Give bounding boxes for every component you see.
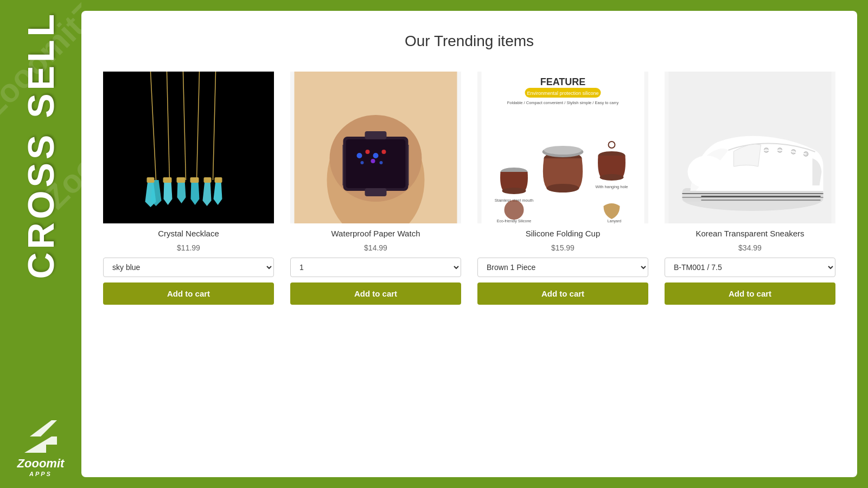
logo-icon (19, 418, 62, 455)
svg-rect-27 (346, 139, 406, 188)
svg-point-29 (366, 150, 370, 154)
page-title: Our Trending items (103, 33, 835, 50)
logo-brand-text: Zooomit (17, 457, 65, 470)
product-card-korean-sneakers: Korean Transparent Sneakers $34.99 B-TM0… (665, 72, 835, 305)
cross-sell-label: CROSS SELL (22, 11, 59, 279)
svg-text:With hanging hole: With hanging hole (595, 184, 628, 189)
product-select-waterproof-watch[interactable]: 1 2 3 4 5 (290, 258, 461, 277)
svg-text:Foldable / Compact convenient : Foldable / Compact convenient / Stylish … (507, 100, 619, 105)
svg-rect-4 (107, 72, 270, 223)
add-to-cart-waterproof-watch[interactable]: Add to cart (290, 282, 461, 305)
svg-rect-19 (177, 177, 186, 183)
product-card-crystal-necklace: Crystal Necklace $11.99 sky blue red gre… (103, 72, 274, 305)
sneakers-svg (665, 72, 835, 223)
main-content: Our Trending items (81, 11, 857, 477)
product-select-crystal-necklace[interactable]: sky blue red green purple (103, 258, 274, 277)
svg-rect-22 (215, 177, 222, 183)
product-price-korean-sneakers: $34.99 (738, 243, 762, 252)
svg-point-32 (361, 161, 364, 164)
product-image-korean-sneakers (665, 72, 835, 223)
sidebar: ZooomitZooomitZooomit ZooomitZooomitZooo… (0, 0, 81, 488)
svg-text:Lanyard: Lanyard (608, 219, 621, 223)
svg-rect-18 (163, 177, 172, 183)
svg-point-34 (380, 161, 383, 164)
product-image-crystal-necklace (103, 72, 274, 223)
svg-point-55 (505, 200, 524, 220)
product-price-waterproof-watch: $14.99 (364, 243, 387, 252)
svg-rect-38 (365, 188, 387, 196)
product-price-crystal-necklace: $11.99 (177, 243, 200, 252)
svg-point-49 (502, 188, 526, 194)
svg-rect-17 (147, 177, 155, 183)
product-price-silicone-cup: $15.99 (551, 243, 575, 252)
products-grid: Crystal Necklace $11.99 sky blue red gre… (103, 72, 835, 305)
add-to-cart-korean-sneakers[interactable]: Add to cart (665, 282, 835, 305)
logo-area: Zooomit APPS (17, 418, 65, 477)
product-select-silicone-cup[interactable]: Brown 1 Piece Brown 2 Piece Blue 1 Piece… (477, 258, 648, 277)
logo-apps-text: APPS (17, 471, 65, 477)
svg-text:Eco-friendly Silicone: Eco-friendly Silicone (497, 219, 532, 223)
add-to-cart-silicone-cup[interactable]: Add to cart (477, 282, 648, 305)
cup-svg: FEATURE Environmental protection silicon… (477, 72, 648, 223)
svg-point-33 (371, 159, 375, 163)
product-card-silicone-cup: FEATURE Environmental protection silicon… (477, 72, 648, 305)
svg-point-30 (373, 153, 379, 158)
svg-rect-37 (365, 131, 387, 139)
product-name-crystal-necklace: Crystal Necklace (158, 229, 219, 238)
svg-point-47 (544, 146, 582, 155)
product-name-silicone-cup: Silicone Folding Cup (526, 229, 601, 238)
crystal-necklace-svg (103, 72, 274, 223)
svg-text:Environmental protection silic: Environmental protection silicone (527, 91, 598, 96)
product-image-waterproof-watch (290, 72, 461, 223)
svg-point-31 (382, 150, 386, 154)
svg-marker-3 (24, 420, 57, 453)
svg-point-52 (600, 174, 624, 181)
product-select-korean-sneakers[interactable]: B-TM001 / 7.5 B-TM001 / 8 B-TM001 / 8.5 … (665, 258, 835, 277)
product-name-waterproof-watch: Waterproof Paper Watch (331, 229, 420, 238)
svg-point-45 (547, 184, 579, 192)
svg-point-63 (688, 156, 726, 188)
product-card-waterproof-watch: Waterproof Paper Watch $14.99 1 2 3 4 5 … (290, 72, 461, 305)
svg-rect-21 (204, 177, 212, 183)
svg-point-28 (357, 153, 362, 158)
product-image-silicone-cup: FEATURE Environmental protection silicon… (477, 72, 648, 223)
add-to-cart-crystal-necklace[interactable]: Add to cart (103, 282, 274, 305)
product-name-korean-sneakers: Korean Transparent Sneakers (695, 229, 804, 238)
watch-svg (290, 72, 461, 223)
svg-text:FEATURE: FEATURE (540, 76, 586, 87)
svg-rect-20 (190, 177, 199, 183)
